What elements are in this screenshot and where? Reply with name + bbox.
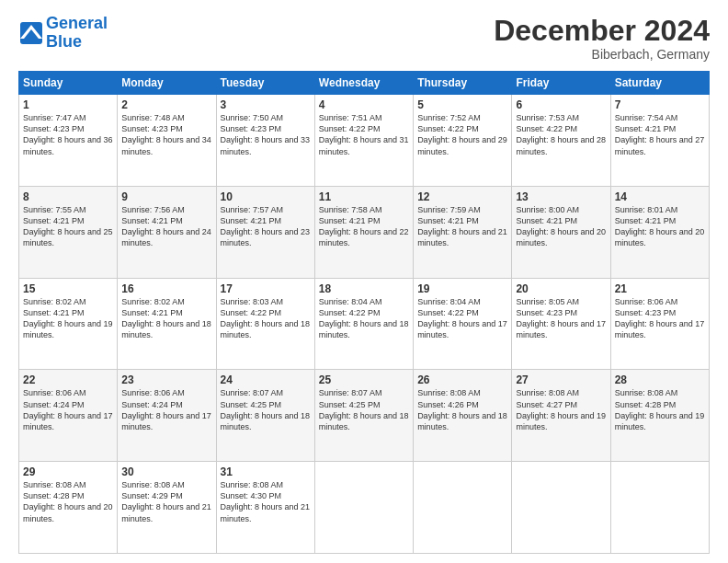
- day-number: 5: [417, 98, 507, 111]
- day-info: Sunrise: 8:06 AMSunset: 4:24 PMDaylight:…: [121, 387, 211, 432]
- calendar-cell: 7Sunrise: 7:54 AMSunset: 4:21 PMDaylight…: [610, 95, 709, 187]
- calendar-header-row: SundayMondayTuesdayWednesdayThursdayFrid…: [19, 72, 710, 95]
- logo: General Blue: [18, 15, 108, 52]
- day-info: Sunrise: 8:08 AMSunset: 4:27 PMDaylight:…: [516, 387, 606, 432]
- calendar-cell: 31Sunrise: 8:08 AMSunset: 4:30 PMDayligh…: [216, 462, 314, 554]
- month-title: December 2024: [494, 15, 710, 47]
- day-number: 30: [121, 465, 211, 478]
- calendar-cell: 19Sunrise: 8:04 AMSunset: 4:22 PMDayligh…: [414, 278, 512, 370]
- calendar-cell: 26Sunrise: 8:08 AMSunset: 4:26 PMDayligh…: [414, 370, 512, 462]
- calendar-cell: 29Sunrise: 8:08 AMSunset: 4:28 PMDayligh…: [19, 462, 118, 554]
- day-number: 3: [221, 98, 311, 111]
- calendar-cell: 10Sunrise: 7:57 AMSunset: 4:21 PMDayligh…: [216, 186, 314, 278]
- calendar-cell: [314, 462, 413, 554]
- day-number: 26: [417, 373, 507, 386]
- calendar-week-row: 8Sunrise: 7:55 AMSunset: 4:21 PMDaylight…: [19, 186, 710, 278]
- day-number: 18: [319, 282, 409, 295]
- calendar-cell: 21Sunrise: 8:06 AMSunset: 4:23 PMDayligh…: [610, 278, 709, 370]
- calendar-weekday-monday: Monday: [118, 72, 216, 95]
- calendar-cell: [610, 462, 709, 554]
- day-info: Sunrise: 8:00 AMSunset: 4:21 PMDaylight:…: [516, 204, 606, 249]
- calendar-cell: [414, 462, 512, 554]
- calendar-weekday-friday: Friday: [512, 72, 610, 95]
- calendar-weekday-saturday: Saturday: [610, 72, 709, 95]
- day-info: Sunrise: 8:07 AMSunset: 4:25 PMDaylight:…: [221, 387, 311, 432]
- day-number: 17: [221, 282, 311, 295]
- calendar-cell: 1Sunrise: 7:47 AMSunset: 4:23 PMDaylight…: [19, 95, 118, 187]
- day-number: 10: [221, 190, 311, 203]
- calendar-cell: 4Sunrise: 7:51 AMSunset: 4:22 PMDaylight…: [314, 95, 413, 187]
- day-number: 4: [319, 98, 409, 111]
- day-number: 14: [615, 190, 705, 203]
- page: General Blue December 2024 Biberbach, Ge…: [0, 0, 728, 563]
- day-info: Sunrise: 7:56 AMSunset: 4:21 PMDaylight:…: [121, 204, 211, 249]
- calendar-cell: 5Sunrise: 7:52 AMSunset: 4:22 PMDaylight…: [414, 95, 512, 187]
- title-block: December 2024 Biberbach, Germany: [494, 15, 710, 62]
- calendar-weekday-sunday: Sunday: [19, 72, 118, 95]
- calendar-week-row: 1Sunrise: 7:47 AMSunset: 4:23 PMDaylight…: [19, 95, 710, 187]
- calendar-week-row: 15Sunrise: 8:02 AMSunset: 4:21 PMDayligh…: [19, 278, 710, 370]
- calendar-cell: 3Sunrise: 7:50 AMSunset: 4:23 PMDaylight…: [216, 95, 314, 187]
- calendar-table: SundayMondayTuesdayWednesdayThursdayFrid…: [18, 71, 710, 554]
- day-info: Sunrise: 7:59 AMSunset: 4:21 PMDaylight:…: [417, 204, 507, 249]
- calendar-cell: 18Sunrise: 8:04 AMSunset: 4:22 PMDayligh…: [314, 278, 413, 370]
- day-info: Sunrise: 8:06 AMSunset: 4:23 PMDaylight:…: [615, 296, 705, 341]
- calendar-cell: 6Sunrise: 7:53 AMSunset: 4:22 PMDaylight…: [512, 95, 610, 187]
- day-info: Sunrise: 8:02 AMSunset: 4:21 PMDaylight:…: [23, 296, 113, 341]
- calendar-cell: 15Sunrise: 8:02 AMSunset: 4:21 PMDayligh…: [19, 278, 118, 370]
- day-info: Sunrise: 7:53 AMSunset: 4:22 PMDaylight:…: [516, 112, 606, 157]
- calendar-cell: 25Sunrise: 8:07 AMSunset: 4:25 PMDayligh…: [314, 370, 413, 462]
- day-number: 9: [121, 190, 211, 203]
- day-number: 28: [615, 373, 705, 386]
- day-number: 8: [23, 190, 113, 203]
- day-info: Sunrise: 7:51 AMSunset: 4:22 PMDaylight:…: [319, 112, 409, 157]
- calendar-cell: 24Sunrise: 8:07 AMSunset: 4:25 PMDayligh…: [216, 370, 314, 462]
- calendar-cell: 16Sunrise: 8:02 AMSunset: 4:21 PMDayligh…: [118, 278, 216, 370]
- day-info: Sunrise: 7:47 AMSunset: 4:23 PMDaylight:…: [23, 112, 113, 157]
- calendar-week-row: 22Sunrise: 8:06 AMSunset: 4:24 PMDayligh…: [19, 370, 710, 462]
- calendar-weekday-thursday: Thursday: [414, 72, 512, 95]
- calendar-cell: 28Sunrise: 8:08 AMSunset: 4:28 PMDayligh…: [610, 370, 709, 462]
- day-number: 6: [516, 98, 606, 111]
- day-number: 11: [319, 190, 409, 203]
- day-number: 16: [121, 282, 211, 295]
- calendar-weekday-tuesday: Tuesday: [216, 72, 314, 95]
- day-info: Sunrise: 7:50 AMSunset: 4:23 PMDaylight:…: [221, 112, 311, 157]
- day-number: 20: [516, 282, 606, 295]
- calendar-cell: 27Sunrise: 8:08 AMSunset: 4:27 PMDayligh…: [512, 370, 610, 462]
- day-number: 22: [23, 373, 113, 386]
- day-number: 1: [23, 98, 113, 111]
- day-info: Sunrise: 8:03 AMSunset: 4:22 PMDaylight:…: [221, 296, 311, 341]
- day-info: Sunrise: 8:01 AMSunset: 4:21 PMDaylight:…: [615, 204, 705, 249]
- calendar-cell: 9Sunrise: 7:56 AMSunset: 4:21 PMDaylight…: [118, 186, 216, 278]
- calendar-cell: 12Sunrise: 7:59 AMSunset: 4:21 PMDayligh…: [414, 186, 512, 278]
- day-info: Sunrise: 8:05 AMSunset: 4:23 PMDaylight:…: [516, 296, 606, 341]
- calendar-week-row: 29Sunrise: 8:08 AMSunset: 4:28 PMDayligh…: [19, 462, 710, 554]
- logo-general: General: [46, 14, 108, 32]
- day-info: Sunrise: 7:48 AMSunset: 4:23 PMDaylight:…: [121, 112, 211, 157]
- logo-blue: Blue: [46, 32, 82, 51]
- calendar-cell: 17Sunrise: 8:03 AMSunset: 4:22 PMDayligh…: [216, 278, 314, 370]
- day-info: Sunrise: 8:04 AMSunset: 4:22 PMDaylight:…: [417, 296, 507, 341]
- day-number: 24: [221, 373, 311, 386]
- calendar-cell: 14Sunrise: 8:01 AMSunset: 4:21 PMDayligh…: [610, 186, 709, 278]
- day-info: Sunrise: 8:02 AMSunset: 4:21 PMDaylight:…: [121, 296, 211, 341]
- day-number: 23: [121, 373, 211, 386]
- calendar-cell: 22Sunrise: 8:06 AMSunset: 4:24 PMDayligh…: [19, 370, 118, 462]
- day-info: Sunrise: 8:08 AMSunset: 4:28 PMDaylight:…: [23, 479, 113, 524]
- header: General Blue December 2024 Biberbach, Ge…: [18, 15, 710, 62]
- day-info: Sunrise: 7:57 AMSunset: 4:21 PMDaylight:…: [221, 204, 311, 249]
- day-info: Sunrise: 7:58 AMSunset: 4:21 PMDaylight:…: [319, 204, 409, 249]
- day-number: 19: [417, 282, 507, 295]
- calendar-cell: [512, 462, 610, 554]
- calendar-cell: 11Sunrise: 7:58 AMSunset: 4:21 PMDayligh…: [314, 186, 413, 278]
- calendar-cell: 8Sunrise: 7:55 AMSunset: 4:21 PMDaylight…: [19, 186, 118, 278]
- day-info: Sunrise: 8:07 AMSunset: 4:25 PMDaylight:…: [319, 387, 409, 432]
- day-number: 29: [23, 465, 113, 478]
- day-info: Sunrise: 8:08 AMSunset: 4:26 PMDaylight:…: [417, 387, 507, 432]
- calendar-cell: 13Sunrise: 8:00 AMSunset: 4:21 PMDayligh…: [512, 186, 610, 278]
- calendar-weekday-wednesday: Wednesday: [314, 72, 413, 95]
- day-number: 13: [516, 190, 606, 203]
- logo-text: General Blue: [46, 15, 108, 52]
- calendar-cell: 23Sunrise: 8:06 AMSunset: 4:24 PMDayligh…: [118, 370, 216, 462]
